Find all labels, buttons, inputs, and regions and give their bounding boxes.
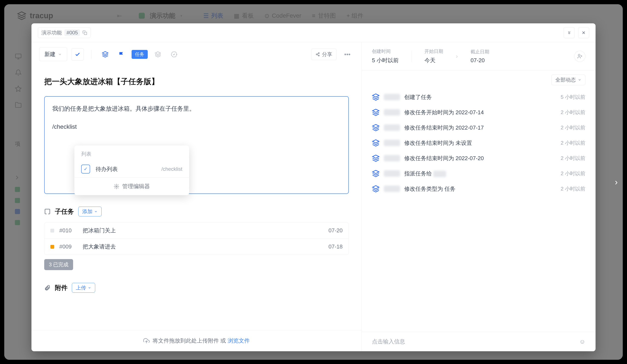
copy-icon[interactable] — [82, 30, 87, 35]
breadcrumb-id: #005 — [64, 29, 80, 36]
assignee-button[interactable] — [574, 51, 585, 62]
activity-user-blur — [384, 125, 400, 131]
cube-icon — [372, 185, 380, 193]
status-dot — [50, 229, 54, 232]
activity-text: 指派任务给 — [404, 170, 556, 177]
task-modal: 演示功能 #005 新建 任务 — [31, 23, 596, 351]
activity-item: 修改任务结束时间为 2022-07-172 小时以前 — [372, 120, 585, 135]
activity-time: 2 小时以前 — [561, 109, 585, 116]
activity-text: 修改任务类型为 任务 — [404, 185, 556, 193]
activity-item: 创建了任务5 小时以前 — [372, 90, 585, 105]
gear-icon — [114, 184, 119, 189]
activity-text: 修改任务结束时间为 未设置 — [404, 139, 556, 147]
activity-time: 2 小时以前 — [561, 170, 585, 177]
activity-user-blur — [384, 186, 400, 192]
activity-time: 2 小时以前 — [561, 185, 585, 192]
svg-point-5 — [318, 55, 319, 56]
activity-text: 修改任务结束时间为 2022-07-17 — [404, 124, 556, 132]
activity-item: 修改任务结束时间为 未设置2 小时以前 — [372, 135, 585, 151]
activity-filter[interactable]: 全部动态 — [551, 75, 585, 85]
type-badge[interactable]: 任务 — [132, 50, 148, 59]
meta-start[interactable]: 开始日期 今天 — [424, 48, 443, 64]
attachment-icon — [44, 285, 51, 291]
activity-assignee-blur — [433, 171, 446, 177]
flag-icon[interactable] — [115, 48, 127, 60]
checklist-icon: ✓ — [81, 165, 90, 174]
popup-manage-editor[interactable]: 管理编辑器 — [74, 177, 189, 195]
circle-check-icon[interactable] — [168, 48, 180, 60]
subtasks-section: 子任务 添加 #010把冰箱门关上07-20#009把大象请进去07-18 3 … — [44, 207, 349, 270]
subtask-title: 把大象请进去 — [83, 243, 323, 250]
activity-item: 修改任务结束时间为 2022-07-202 小时以前 — [372, 151, 585, 166]
close-button[interactable] — [578, 27, 589, 38]
activity-user-blur — [384, 109, 400, 116]
share-button[interactable]: 分享 — [311, 49, 337, 60]
svg-point-7 — [578, 54, 580, 56]
breadcrumb-project: 演示功能 — [42, 29, 62, 36]
svg-point-3 — [318, 52, 319, 53]
chevron-down-icon — [58, 52, 62, 56]
attachments-title: 附件 — [55, 283, 68, 292]
cube-icon — [372, 139, 380, 147]
complete-button[interactable] — [71, 48, 84, 60]
share-icon — [316, 52, 320, 56]
completed-count[interactable]: 3 已完成 — [44, 259, 73, 270]
slash-command-text: /checklist — [52, 123, 341, 130]
activity-time: 2 小时以前 — [561, 124, 585, 131]
breadcrumb[interactable]: 演示功能 #005 — [38, 27, 91, 38]
description-editor[interactable]: 我们的任务是把大象放进冰箱。具体步骤在子任务里。 /checklist 列表 ✓… — [44, 96, 349, 194]
activity-user-blur — [384, 94, 400, 100]
cube-icon — [372, 108, 380, 116]
svg-point-6 — [116, 186, 117, 187]
status-button[interactable]: 新建 — [39, 47, 67, 61]
svg-point-2 — [171, 52, 177, 57]
upload-button[interactable]: 上传 — [72, 283, 95, 293]
meta-created: 创建时间 5 小时以前 — [372, 48, 399, 64]
dropzone-text: 将文件拖放到此处上传附件 或 浏览文件 — [153, 337, 250, 344]
subtask-id: #010 — [59, 227, 78, 234]
subtask-date: 07-20 — [329, 227, 343, 234]
add-subtask-button[interactable]: 添加 — [78, 207, 102, 216]
activity-time: 5 小时以前 — [561, 94, 585, 100]
arrow-right-icon: › — [456, 53, 458, 60]
subtasks-title: 子任务 — [55, 207, 74, 216]
activity-time: 2 小时以前 — [561, 155, 585, 162]
next-task-button[interactable]: › — [615, 177, 618, 187]
cube-icon[interactable] — [99, 48, 111, 60]
chevron-down-icon — [578, 78, 581, 82]
dropzone[interactable]: 将文件拖放到此处上传附件 或 浏览文件 — [31, 330, 362, 351]
activity-item: 指派任务给 2 小时以前 — [372, 166, 585, 181]
meta-due[interactable]: 截止日期 07-20 — [470, 49, 489, 64]
subtask-row[interactable]: #009把大象请进去07-18 — [45, 239, 349, 255]
activity-item: 修改任务开始时间为 2022-07-142 小时以前 — [372, 105, 585, 120]
cube-icon — [372, 93, 380, 101]
task-title[interactable]: 把一头大象放进冰箱【子任务版】 — [44, 76, 349, 87]
cube-icon — [372, 154, 380, 162]
subtask-id: #009 — [59, 243, 78, 250]
svg-point-4 — [316, 54, 317, 55]
status-dot — [50, 245, 54, 249]
browse-link[interactable]: 浏览文件 — [228, 337, 250, 344]
cube-icon — [372, 124, 380, 132]
svg-rect-1 — [84, 32, 87, 35]
activity-time: 2 小时以前 — [561, 139, 585, 146]
popup-item-checklist[interactable]: ✓ 待办列表 /checklist — [74, 161, 189, 177]
subtask-row[interactable]: #010把冰箱门关上07-20 — [45, 223, 349, 239]
slash-popup: 列表 ✓ 待办列表 /checklist 管理编辑器 — [74, 145, 189, 195]
cloud-upload-icon — [143, 338, 150, 344]
chevron-down-icon — [88, 286, 91, 289]
activity-text: 修改任务结束时间为 2022-07-20 — [404, 155, 556, 162]
emoji-button[interactable]: ☺ — [579, 338, 585, 345]
minimize-button[interactable] — [564, 27, 575, 38]
activity-text: 创建了任务 — [404, 93, 556, 101]
attachments-section: 附件 上传 — [44, 283, 349, 293]
cube-icon — [372, 170, 380, 177]
activity-user-blur — [384, 170, 400, 177]
more-button[interactable]: ••• — [341, 49, 354, 59]
activity-user-blur — [384, 140, 400, 146]
subtask-date: 07-18 — [329, 243, 343, 250]
comment-input[interactable]: 点击输入信息 ☺ — [362, 332, 596, 351]
toolbar: 新建 任务 分享 ••• — [31, 42, 362, 66]
user-add-icon — [577, 53, 582, 59]
module-icon[interactable] — [152, 48, 164, 60]
